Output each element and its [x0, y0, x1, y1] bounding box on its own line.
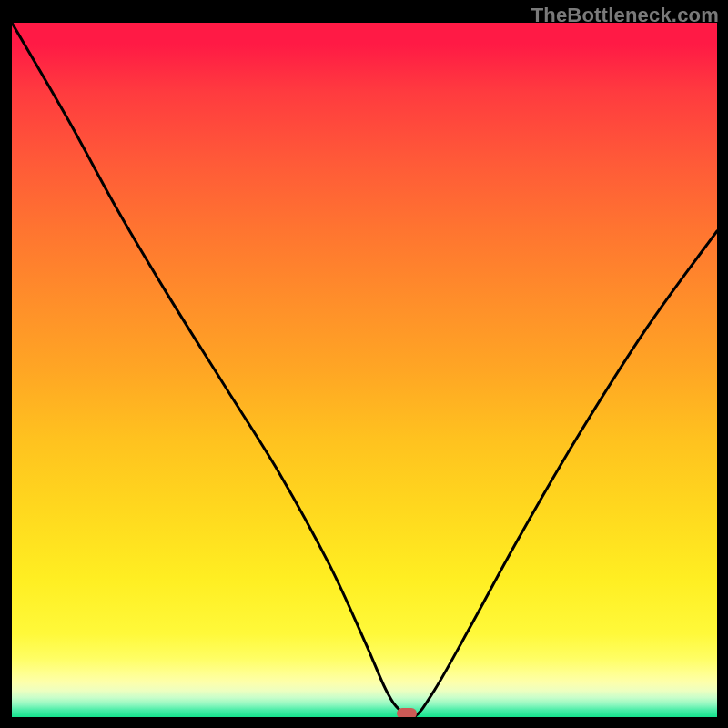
bottleneck-curve — [12, 23, 717, 717]
watermark-text: TheBottleneck.com — [531, 4, 719, 27]
chart-frame: TheBottleneck.com — [0, 0, 728, 728]
minimum-marker — [397, 708, 417, 717]
plot-area — [12, 23, 717, 717]
